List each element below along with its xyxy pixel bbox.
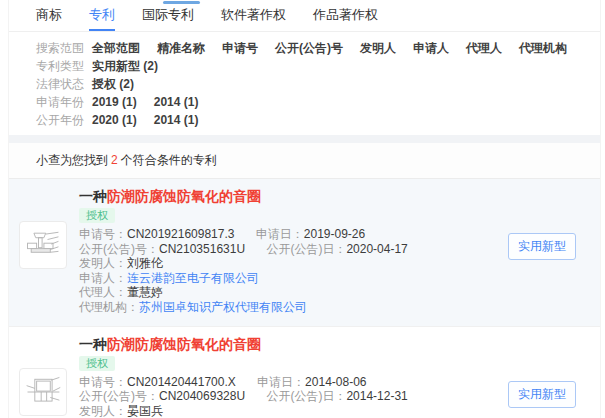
patent-drawing-thumbnail[interactable]	[19, 368, 67, 416]
filter-row-patent-type: 专利类型 实用新型 (2)	[36, 57, 600, 75]
technical-drawing-icon	[23, 372, 63, 412]
app-no-label: 申请号：	[79, 375, 127, 389]
filter-label: 法律状态	[36, 76, 92, 93]
agent-value: 董慧婷	[127, 285, 163, 299]
pub-date-value: 2014-12-31	[346, 389, 407, 403]
content-container: 商标 专利 国际专利 软件著作权 作品著作权 搜索范围 全部范围 精准名称 申请…	[8, 0, 601, 418]
field-row-publication: 公开(公告)号：CN210351631U 公开(公告)日：2020-04-17	[79, 243, 498, 255]
patent-card-content: 一种防潮防腐蚀防氧化的音圈 授权 申请号：CN201921609817.3 申请…	[79, 188, 498, 316]
filter-option-year-2019[interactable]: 2019 (1)	[92, 95, 137, 109]
filter-option-exact-name[interactable]: 精准名称	[157, 40, 205, 57]
filter-option-year-2014-pub[interactable]: 2014 (1)	[154, 113, 199, 127]
utility-model-type-button[interactable]: 实用新型	[508, 233, 576, 260]
category-tabbar: 商标 专利 国际专利 软件著作权 作品著作权	[9, 0, 600, 32]
field-row-publication: 公开(公告)号：CN204069328U 公开(公告)日：2014-12-31	[79, 390, 498, 402]
pub-date-label: 公开(公告)日：	[266, 242, 346, 256]
pub-no-value: CN204069328U	[159, 389, 245, 403]
summary-prefix: 小查为您找到	[36, 153, 108, 167]
agency-label: 代理机构：	[79, 300, 139, 314]
field-row-agency: 代理机构：苏州国卓知识产权代理有限公司	[79, 301, 498, 313]
field-row-agent: 代理人：董慧婷	[79, 286, 498, 298]
filter-options: 全部范围 精准名称 申请号 公开(公告)号 发明人 申请人 代理人 代理机构	[92, 40, 584, 57]
inventor-label: 发明人：	[79, 404, 127, 418]
title-highlight: 防潮防腐蚀防氧化的音圈	[107, 336, 261, 352]
patent-card[interactable]: 一种防潮防腐蚀防氧化的音圈 授权 申请号：CN201420441700.X 申请…	[9, 327, 600, 418]
filter-option-year-2014[interactable]: 2014 (1)	[154, 95, 199, 109]
filter-option-agent[interactable]: 代理人	[466, 40, 502, 57]
filter-option-granted[interactable]: 授权 (2)	[92, 76, 134, 93]
filter-options: 2020 (1) 2014 (1)	[92, 113, 215, 127]
filter-option-utility-model[interactable]: 实用新型 (2)	[92, 58, 158, 75]
filter-option-agency[interactable]: 代理机构	[519, 40, 567, 57]
tab-trademark[interactable]: 商标	[36, 0, 62, 31]
filter-label: 搜索范围	[36, 40, 92, 57]
top-tab-indicator	[163, 1, 200, 4]
tab-patent[interactable]: 专利	[89, 0, 115, 31]
pub-no-value: CN210351631U	[159, 242, 245, 256]
title-prefix: 一种	[79, 336, 107, 352]
inventor-value: 晏国兵	[127, 404, 163, 418]
status-badge: 授权	[79, 208, 115, 223]
pub-date-value: 2020-04-17	[346, 242, 407, 256]
filter-option-applicant[interactable]: 申请人	[413, 40, 449, 57]
section-divider-band	[9, 135, 600, 143]
field-row-application: 申请号：CN201921609817.3 申请日：2019-09-26	[79, 228, 498, 240]
filter-options: 授权 (2)	[92, 76, 151, 93]
agency-link[interactable]: 苏州国卓知识产权代理有限公司	[139, 300, 307, 314]
field-row-application: 申请号：CN201420441700.X 申请日：2014-08-06	[79, 376, 498, 388]
app-date-label: 申请日：	[257, 375, 305, 389]
tab-software-copyright[interactable]: 软件著作权	[221, 0, 286, 31]
patent-drawing-thumbnail[interactable]	[19, 221, 67, 269]
patent-search-page: 商标 专利 国际专利 软件著作权 作品著作权 搜索范围 全部范围 精准名称 申请…	[0, 0, 605, 418]
filter-label: 申请年份	[36, 94, 92, 111]
filter-row-publication-year: 公开年份 2020 (1) 2014 (1)	[36, 111, 600, 129]
app-no-label: 申请号：	[79, 227, 127, 241]
app-no-value: CN201420441700.X	[127, 375, 236, 389]
app-date-label: 申请日：	[256, 227, 304, 241]
field-row-inventor: 发明人：刘雅伦	[79, 257, 498, 269]
app-no-value: CN201921609817.3	[127, 227, 234, 241]
patent-card-content: 一种防潮防腐蚀防氧化的音圈 授权 申请号：CN201420441700.X 申请…	[79, 336, 498, 418]
patent-card[interactable]: 一种防潮防腐蚀防氧化的音圈 授权 申请号：CN201921609817.3 申请…	[9, 179, 600, 327]
app-date-value: 2019-09-26	[304, 227, 365, 241]
filter-options: 实用新型 (2)	[92, 58, 175, 75]
filter-row-search-scope: 搜索范围 全部范围 精准名称 申请号 公开(公告)号 发明人 申请人 代理人 代…	[36, 39, 600, 57]
inventor-label: 发明人：	[79, 256, 127, 270]
filter-label: 专利类型	[36, 58, 92, 75]
filter-option-all-scope[interactable]: 全部范围	[92, 40, 140, 57]
applicant-link[interactable]: 连云港韵至电子有限公司	[127, 271, 259, 285]
filter-option-app-no[interactable]: 申请号	[222, 40, 258, 57]
pub-no-label: 公开(公告)号：	[79, 242, 159, 256]
filter-option-year-2020[interactable]: 2020 (1)	[92, 113, 137, 127]
pub-no-label: 公开(公告)号：	[79, 389, 159, 403]
applicant-label: 申请人：	[79, 271, 127, 285]
summary-suffix: 个符合条件的专利	[121, 153, 217, 167]
app-date-value: 2014-08-06	[305, 375, 366, 389]
technical-drawing-icon	[23, 225, 63, 265]
field-row-applicant: 申请人：连云港韵至电子有限公司	[79, 272, 498, 284]
agent-label: 代理人：	[79, 285, 127, 299]
patent-title-link[interactable]: 一种防潮防腐蚀防氧化的音圈	[79, 336, 498, 352]
filter-panel: 搜索范围 全部范围 精准名称 申请号 公开(公告)号 发明人 申请人 代理人 代…	[9, 32, 600, 135]
filter-option-inventor[interactable]: 发明人	[360, 40, 396, 57]
results-summary: 小查为您找到2个符合条件的专利	[9, 143, 600, 179]
filter-label: 公开年份	[36, 112, 92, 129]
filter-row-legal-status: 法律状态 授权 (2)	[36, 75, 600, 93]
field-row-inventor: 发明人：晏国兵	[79, 405, 498, 417]
title-highlight: 防潮防腐蚀防氧化的音圈	[107, 188, 261, 204]
title-prefix: 一种	[79, 188, 107, 204]
filter-row-application-year: 申请年份 2019 (1) 2014 (1)	[36, 93, 600, 111]
summary-count: 2	[111, 153, 118, 167]
utility-model-type-button[interactable]: 实用新型	[508, 381, 576, 408]
inventor-value: 刘雅伦	[127, 256, 163, 270]
filter-options: 2019 (1) 2014 (1)	[92, 95, 215, 109]
patent-title-link[interactable]: 一种防潮防腐蚀防氧化的音圈	[79, 188, 498, 204]
status-badge: 授权	[79, 356, 115, 371]
filter-option-pub-no[interactable]: 公开(公告)号	[275, 40, 343, 57]
pub-date-label: 公开(公告)日：	[266, 389, 346, 403]
tab-international-patent[interactable]: 国际专利	[142, 0, 194, 31]
tab-work-copyright[interactable]: 作品著作权	[313, 0, 378, 31]
